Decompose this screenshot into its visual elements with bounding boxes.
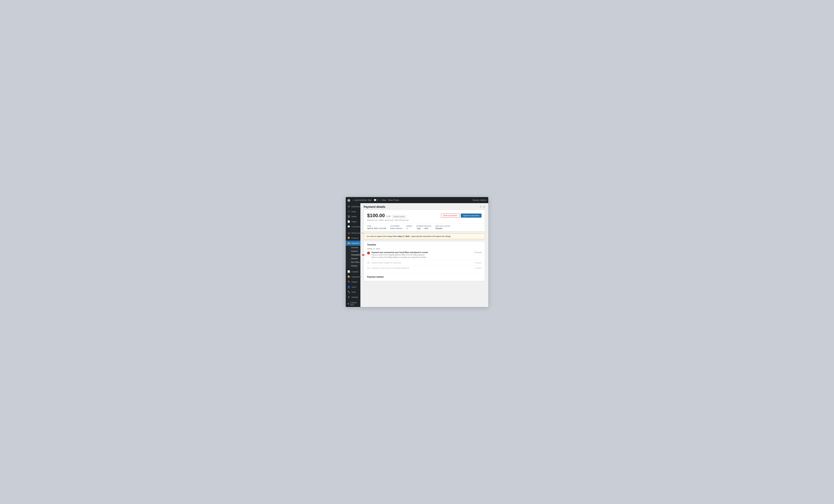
help-icon[interactable]: ? <box>480 205 481 209</box>
sidebar-label-products: Products <box>351 237 359 239</box>
sidebar-label-users: Users <box>351 286 356 288</box>
sidebar-item-products[interactable]: 📦 Products <box>346 236 360 241</box>
approve-transaction-button[interactable]: Approve transaction <box>461 214 482 218</box>
timeline-event-authorized: Payment status changed to Authorized. 12… <box>367 261 482 264</box>
admin-bar-items: 💬 0 + New View Posts <box>374 199 399 201</box>
timeline-items: ! Payment was screened by your fraud fil… <box>364 250 485 273</box>
transactions-badge: 1 <box>362 254 365 256</box>
timeline-dot-gray-1 <box>367 262 370 264</box>
sidebar-item-overview[interactable]: Overview <box>349 246 360 249</box>
sidebar-item-transactions[interactable]: Transactions 1 <box>349 253 360 257</box>
payments-icon: 💳 <box>347 242 350 244</box>
media-icon: 🖼 <box>347 215 350 218</box>
payment-amount-row: $100.00 CAD Needs review Block transacti… <box>367 213 482 218</box>
page-header: Payment details ? ↗ <box>360 203 488 210</box>
timeline-card: Timeline APRIL 17, 2022 ! Payment was sc… <box>364 241 485 281</box>
timeline-event-payment-auth: A payment of £57.92 was successfully aut… <box>367 267 482 269</box>
order-label: ORDER <box>407 225 412 227</box>
home-icon: ⌂ <box>352 199 354 201</box>
woocommerce-icon: 🛍 <box>347 232 350 234</box>
payment-summary: $100.00 CAD Needs review Block transacti… <box>364 210 485 223</box>
meta-date: DATE April 19, 2022, 12:22 PM <box>367 225 386 229</box>
amount-value: $100.00 <box>367 213 385 218</box>
collapse-icon: ◀ <box>347 303 349 305</box>
sidebar-item-appearance[interactable]: 🎨 Appearance <box>346 274 360 279</box>
sidebar-label-analytics: Analytics <box>351 271 359 273</box>
pages-icon: 📄 <box>347 220 350 223</box>
sidebar-item-dashboard[interactable]: ⊞ Dashboard <box>346 204 360 209</box>
sidebar-label-pages: Pages <box>351 221 357 223</box>
sidebar-item-comments[interactable]: 💬 Comments <box>346 224 360 229</box>
comments-count[interactable]: 💬 0 <box>374 199 378 201</box>
appearance-icon: 🎨 <box>347 276 350 278</box>
fraud-sub-1: Place in review if the shipping address … <box>372 254 473 256</box>
sidebar-label-appearance: Appearance <box>351 276 361 278</box>
sidebar-item-posts[interactable]: ✎ Posts <box>346 209 360 214</box>
page-title: Payment details <box>364 205 386 209</box>
date-label: DATE <box>367 225 386 227</box>
howdy-text: Howdy, Admin <box>473 199 487 201</box>
admin-bar: ⬤ ⌂ Just Another Site 💬 0 + New View Pos… <box>346 197 488 203</box>
payment-meta: DATE April 19, 2022, 12:22 PM CUSTOMER B… <box>364 223 485 231</box>
share-icon[interactable]: ↗ <box>483 205 485 209</box>
sidebar-label-dashboard: Dashboard <box>351 205 360 207</box>
timeline-dot-gray-2 <box>367 267 370 269</box>
authorized-event-content: Payment status changed to Authorized. <box>371 262 473 264</box>
timeline-title: Timeline <box>364 241 485 247</box>
sidebar-item-payments[interactable]: 💳 Payments <box>346 241 360 246</box>
meta-customer: CUSTOMER Brady Valentine <box>390 225 402 229</box>
timeline-divider-1 <box>367 260 482 260</box>
posts-icon: ✎ <box>347 210 350 213</box>
meta-risk: RISK EVALUATION Elevated <box>436 225 450 229</box>
date-value: April 19, 2022, 12:22 PM <box>367 227 386 229</box>
meta-order: ORDER 11 <box>407 225 412 229</box>
sidebar-item-users[interactable]: 👤 Users <box>346 284 360 289</box>
tools-icon: 🔧 <box>347 291 350 293</box>
wp-logo[interactable]: ⬤ <box>347 199 350 202</box>
sidebar-item-settings[interactable]: ⚙ Settings <box>346 294 360 300</box>
authorized-event-time: 12:22pm <box>475 262 482 264</box>
payment-method-section: Payment method <box>364 273 485 281</box>
users-icon: 👤 <box>347 286 350 288</box>
sidebar-label-woocommerce: WooCommerce <box>351 232 364 234</box>
capture-deadline: May 17, 2022 <box>398 235 410 237</box>
sidebar-item-pages[interactable]: 📄 Pages <box>346 219 360 224</box>
risk-label: RISK EVALUATION <box>436 225 450 227</box>
sidebar-label-media: Media <box>351 216 356 218</box>
dashboard-icon: ⊞ <box>347 205 350 208</box>
sidebar-item-deposits[interactable]: Deposits <box>349 249 360 253</box>
sidebar-item-woocommerce[interactable]: 🛍 WooCommerce <box>346 231 360 236</box>
sidebar-payments-submenu: Overview Deposits Transactions 1 Dispute… <box>346 246 360 268</box>
customer-link[interactable]: Brady Valentine <box>390 227 402 229</box>
main-content: Payment details ? ↗ $100.00 CAD Needs re… <box>360 203 488 307</box>
sidebar-item-risk-filters[interactable]: Risk Filters <box>349 260 360 264</box>
payment-auth-event-time: 12:22pm <box>475 267 482 269</box>
sidebar-label-payments: Payments <box>351 242 359 244</box>
fraud-event-time: 12:22 pm <box>475 251 482 254</box>
sidebar-label-posts: Posts <box>351 211 356 213</box>
sidebar: ⊞ Dashboard ✎ Posts 🖼 Media 📄 Pages 💬 Co… <box>346 203 360 307</box>
sidebar-item-media[interactable]: 🖼 Media <box>346 214 360 219</box>
plugins-icon: 🔌 <box>347 281 350 283</box>
sidebar-item-tools[interactable]: 🔧 Tools <box>346 289 360 294</box>
page-header-icons: ? ↗ <box>480 205 485 209</box>
timeline-event-fraud-content: Payment was screened by your fraud filte… <box>372 251 473 258</box>
settings-icon: ⚙ <box>347 296 350 299</box>
sidebar-item-analytics[interactable]: 📊 Analytics <box>346 269 360 274</box>
sidebar-label-tools: Tools <box>351 291 356 293</box>
sidebar-item-payments-settings[interactable]: Settings <box>349 264 360 268</box>
meta-payment-method: PAYMENT METHOD Visa ···· 4242 <box>416 225 432 229</box>
payment-auth-event-content: A payment of £57.92 was successfully aut… <box>371 267 473 269</box>
collapse-menu-button[interactable]: ◀ Collapse menu <box>346 301 360 307</box>
new-post-link[interactable]: + New <box>380 199 387 201</box>
payment-method-label: PAYMENT METHOD <box>416 225 432 227</box>
view-posts-link[interactable]: View Posts <box>388 199 399 201</box>
block-transaction-button[interactable]: Block transaction <box>441 214 460 218</box>
site-name-bar[interactable]: ⌂ Just Another Site <box>352 199 372 201</box>
sidebar-item-plugins[interactable]: 🔌 Plugins <box>346 279 360 284</box>
sidebar-item-disputes[interactable]: Disputes <box>349 257 360 260</box>
order-link[interactable]: 11 <box>407 227 408 229</box>
sidebar-divider-1 <box>346 230 360 230</box>
customer-label: CUSTOMER <box>390 225 402 227</box>
products-icon: 📦 <box>347 237 350 239</box>
